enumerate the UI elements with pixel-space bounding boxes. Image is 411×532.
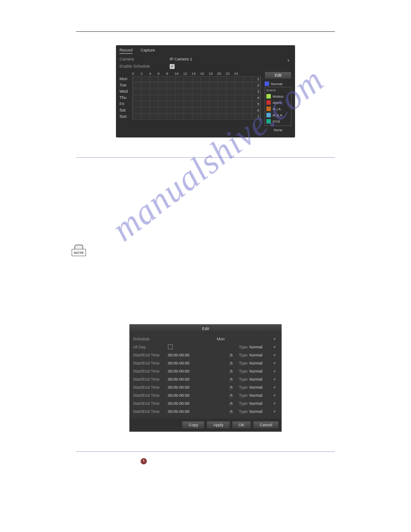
chevron-down-icon: ▾ bbox=[274, 337, 278, 341]
schedule-grid-row[interactable]: 4 bbox=[132, 95, 261, 101]
clock-icon[interactable]: ◔ bbox=[228, 377, 234, 382]
legend-mia[interactable]: M | A bbox=[266, 106, 290, 112]
allday-label: All Day bbox=[133, 345, 168, 349]
chevron-down-icon: ▾ bbox=[274, 345, 278, 349]
legend-maa[interactable]: M & A bbox=[266, 112, 290, 118]
type-select[interactable]: Normal bbox=[249, 361, 274, 365]
time-input[interactable]: 00:00-00:00 bbox=[168, 393, 228, 398]
record-schedule-panel: Record Capture Camera IP Camera 1 ▾ Enab… bbox=[116, 45, 295, 137]
legend-group-title: Event bbox=[266, 88, 290, 92]
type-label: Type bbox=[234, 401, 249, 406]
allday-checkbox[interactable] bbox=[168, 344, 173, 349]
legend-pos[interactable]: POS bbox=[266, 118, 290, 124]
type-select[interactable]: Normal bbox=[249, 353, 274, 357]
startend-label: Start/End Time bbox=[133, 401, 168, 406]
tab-capture[interactable]: Capture bbox=[141, 48, 155, 54]
chevron-down-icon: ▾ bbox=[274, 353, 278, 357]
type-select[interactable]: Normal bbox=[249, 345, 274, 349]
type-select[interactable]: Normal bbox=[249, 401, 274, 406]
ok-button[interactable]: OK bbox=[232, 421, 251, 429]
day-row: Mon1 bbox=[120, 76, 261, 82]
note-icon: NOTE bbox=[72, 245, 86, 257]
edit-button[interactable]: Edit bbox=[265, 72, 291, 79]
pos-color-icon bbox=[266, 119, 271, 124]
type-select[interactable]: Normal bbox=[249, 409, 274, 414]
alarm-color-icon bbox=[266, 100, 271, 105]
type-select[interactable]: Normal bbox=[249, 377, 274, 382]
day-label: Thu bbox=[120, 95, 132, 100]
legend-motion[interactable]: Motion bbox=[266, 93, 290, 99]
legend-normal[interactable]: Normal bbox=[265, 81, 291, 87]
time-row: Start/End Time00:00-00:00◔TypeNormal▾ bbox=[133, 367, 278, 375]
type-label: Type bbox=[234, 409, 249, 414]
time-row: Start/End Time00:00-00:00◔TypeNormal▾ bbox=[133, 375, 278, 383]
time-input[interactable]: 00:00-00:00 bbox=[168, 353, 228, 357]
camera-select[interactable]: IP Camera 1 ▾ bbox=[170, 57, 291, 61]
schedule-grid-row[interactable]: 7 bbox=[132, 114, 261, 120]
time-row: Start/End Time00:00-00:00◔TypeNormal▾ bbox=[133, 359, 278, 367]
time-input[interactable]: 00:00-00:00 bbox=[168, 377, 228, 382]
divider bbox=[76, 451, 335, 452]
day-number: 5 bbox=[257, 102, 259, 106]
time-input[interactable]: 00:00-00:00 bbox=[168, 401, 228, 406]
clock-icon[interactable]: ◔ bbox=[228, 401, 234, 406]
camera-label: Camera bbox=[120, 57, 170, 61]
day-label: Tue bbox=[120, 83, 132, 87]
time-input[interactable]: 00:00-00:00 bbox=[168, 409, 228, 414]
day-row: Sat6 bbox=[120, 107, 261, 113]
clock-icon[interactable]: ◔ bbox=[228, 409, 234, 414]
day-number: 2 bbox=[257, 83, 259, 87]
time-row: Start/End Time00:00-00:00◔TypeNormal▾ bbox=[133, 351, 278, 359]
cancel-button[interactable]: Cancel bbox=[253, 421, 279, 429]
day-label: Sat bbox=[120, 108, 132, 112]
day-row: Tue2 bbox=[120, 82, 261, 88]
startend-label: Start/End Time bbox=[133, 393, 168, 398]
apply-button[interactable]: Apply bbox=[206, 421, 230, 429]
day-number: 7 bbox=[257, 115, 259, 119]
time-input[interactable]: 00:00-00:00 bbox=[168, 385, 228, 390]
schedule-grid-row[interactable]: 1 bbox=[132, 76, 261, 82]
clock-icon[interactable]: ◔ bbox=[228, 393, 234, 398]
startend-label: Start/End Time bbox=[133, 409, 168, 414]
mia-color-icon bbox=[266, 107, 271, 111]
clock-icon[interactable]: ◔ bbox=[228, 369, 234, 373]
tab-record[interactable]: Record bbox=[120, 48, 133, 54]
day-number: 4 bbox=[257, 96, 259, 100]
type-label: Type bbox=[234, 345, 249, 349]
day-label: Wed bbox=[120, 89, 132, 94]
legend-none[interactable]: None bbox=[265, 127, 291, 133]
time-row: Start/End Time00:00-00:00◔TypeNormal▾ bbox=[133, 399, 278, 408]
schedule-select[interactable]: Mon bbox=[168, 337, 274, 341]
chevron-down-icon: ▾ bbox=[274, 369, 278, 373]
schedule-grid-row[interactable]: 2 bbox=[132, 82, 261, 88]
divider bbox=[76, 31, 335, 32]
day-label: Fri bbox=[120, 102, 132, 106]
day-label: Mon bbox=[120, 77, 132, 81]
time-input[interactable]: 00:00-00:00 bbox=[168, 369, 228, 373]
chevron-down-icon: ▾ bbox=[274, 385, 278, 390]
legend-alarm[interactable]: Alarm bbox=[266, 99, 290, 106]
enable-schedule-label: Enable Schedule bbox=[120, 64, 170, 69]
chevron-down-icon: ▾ bbox=[274, 377, 278, 382]
edit-panel-title: Edit bbox=[129, 324, 282, 333]
schedule-label: Schedule bbox=[133, 337, 168, 341]
schedule-grid-row[interactable]: 5 bbox=[132, 101, 261, 107]
type-select[interactable]: Normal bbox=[249, 385, 274, 390]
schedule-grid-row[interactable]: 3 bbox=[132, 89, 261, 94]
chevron-down-icon: ▾ bbox=[274, 401, 278, 406]
time-input[interactable]: 00:00-00:00 bbox=[168, 361, 228, 365]
clock-icon[interactable]: ◔ bbox=[228, 353, 234, 357]
copy-button[interactable]: Copy bbox=[182, 421, 205, 429]
type-select[interactable]: Normal bbox=[249, 369, 274, 373]
type-label: Type bbox=[234, 377, 249, 382]
clock-icon[interactable]: ◔ bbox=[228, 385, 234, 390]
schedule-grid-row[interactable]: 6 bbox=[132, 107, 261, 113]
type-label: Type bbox=[234, 369, 249, 373]
edit-schedule-panel: Edit Schedule Mon ▾ All Day Type Normal … bbox=[129, 324, 282, 432]
enable-schedule-checkbox[interactable]: ✓ bbox=[170, 64, 175, 69]
time-row: Start/End Time00:00-00:00◔TypeNormal▾ bbox=[133, 391, 278, 399]
clock-icon[interactable]: ◔ bbox=[228, 361, 234, 365]
camera-value: IP Camera 1 bbox=[170, 57, 192, 61]
startend-label: Start/End Time bbox=[133, 353, 168, 357]
type-select[interactable]: Normal bbox=[249, 393, 274, 398]
